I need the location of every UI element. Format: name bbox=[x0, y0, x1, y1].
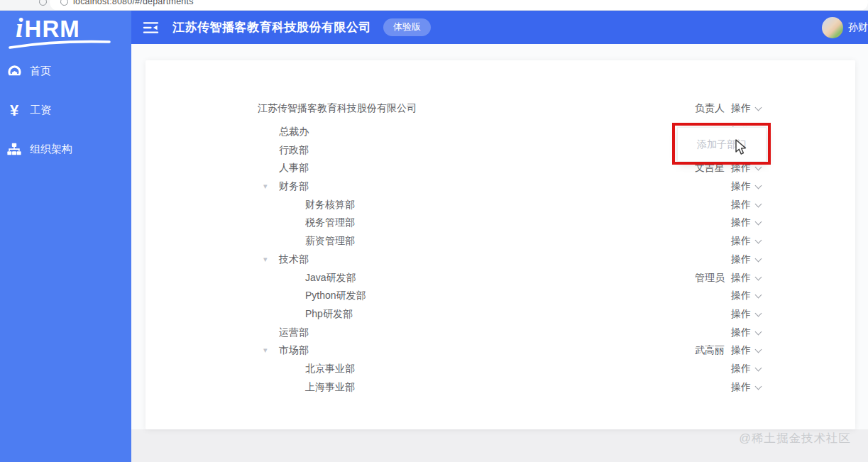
tree-row: Python研发部操作 bbox=[245, 287, 761, 305]
actions-dropdown[interactable]: 操作 bbox=[731, 363, 761, 375]
department-name: 北京事业部 bbox=[305, 363, 355, 375]
actions-label: 操作 bbox=[731, 102, 751, 115]
actions-label: 操作 bbox=[731, 180, 751, 193]
actions-dropdown[interactable]: 操作 bbox=[731, 180, 761, 193]
department-name: 市场部 bbox=[279, 344, 309, 357]
url-text: localhost:8080/#/departments bbox=[73, 0, 194, 6]
tree-row: 北京事业部操作 bbox=[245, 360, 761, 378]
actions-dropdown[interactable]: 操作 bbox=[731, 102, 761, 115]
actions-dropdown[interactable]: 操作 bbox=[731, 381, 761, 394]
actions-dropdown[interactable]: 操作 bbox=[731, 253, 761, 266]
actions-label: 操作 bbox=[731, 216, 751, 229]
menu-fold-icon[interactable] bbox=[143, 21, 159, 35]
departments-card: 江苏传智播客教育科技股份有限公司负责人操作总裁办操作行政部操作人事部文吉星操作▾… bbox=[145, 60, 855, 429]
watermark: @稀土掘金技术社区 bbox=[739, 431, 851, 446]
department-name: 税务管理部 bbox=[305, 216, 355, 229]
tree-row: ▾财务部操作 bbox=[245, 177, 761, 196]
chevron-down-icon bbox=[755, 200, 762, 207]
row-right-cell: 操作 bbox=[731, 308, 761, 321]
actions-dropdown[interactable]: 操作 bbox=[731, 344, 761, 357]
actions-label: 操作 bbox=[731, 235, 751, 248]
chevron-down-icon bbox=[755, 237, 762, 244]
logo-text: iHRM bbox=[16, 16, 80, 42]
browser-address-bar[interactable]: localhost:8080/#/departments bbox=[0, 0, 868, 11]
actions-dropdown[interactable]: 操作 bbox=[731, 199, 761, 211]
department-name: 总裁办 bbox=[279, 126, 309, 138]
department-name: 技术部 bbox=[279, 253, 309, 266]
row-right-cell: 操作 bbox=[731, 199, 761, 211]
sidebar-item-label: 组织架构 bbox=[30, 143, 72, 156]
row-right-cell: 操作 bbox=[731, 290, 761, 302]
trial-badge: 体验版 bbox=[383, 18, 431, 36]
chevron-down-icon bbox=[755, 346, 762, 353]
tree-row: 江苏传智播客教育科技股份有限公司负责人操作 bbox=[245, 99, 761, 118]
actions-dropdown-menu: 添加子部门 bbox=[677, 127, 767, 162]
expand-arrow-icon[interactable]: ▾ bbox=[263, 182, 268, 191]
row-right-cell: 文吉星操作 bbox=[695, 162, 761, 175]
tree-row: Php研发部操作 bbox=[245, 305, 761, 324]
yen-icon: ¥ bbox=[5, 102, 23, 119]
actions-label: 操作 bbox=[731, 344, 751, 357]
manager-name: 武高丽 bbox=[695, 344, 725, 357]
tree-row: 人事部文吉星操作 bbox=[245, 160, 761, 178]
actions-dropdown[interactable]: 操作 bbox=[731, 235, 761, 248]
chevron-down-icon bbox=[755, 292, 762, 299]
actions-label: 操作 bbox=[731, 253, 751, 266]
mouse-pointer-icon bbox=[735, 139, 747, 156]
user-menu[interactable]: 孙财 bbox=[822, 11, 868, 44]
sidebar-item-organization[interactable]: 组织架构 bbox=[0, 130, 131, 169]
actions-label: 操作 bbox=[731, 381, 751, 394]
department-name: Python研发部 bbox=[305, 290, 366, 302]
department-name: 江苏传智播客教育科技股份有限公司 bbox=[258, 102, 417, 115]
actions-label: 操作 bbox=[731, 363, 751, 375]
sidebar-item-home[interactable]: 首页 bbox=[0, 52, 131, 91]
department-name: 财务核算部 bbox=[305, 199, 355, 211]
actions-dropdown[interactable]: 操作 bbox=[731, 162, 761, 175]
actions-label: 操作 bbox=[731, 272, 751, 285]
department-name: Java研发部 bbox=[305, 272, 356, 285]
row-right-cell: 操作 bbox=[731, 180, 761, 193]
sidebar-nav: 首页 ¥ 工资 组织架构 bbox=[0, 52, 131, 169]
department-name: Php研发部 bbox=[305, 308, 353, 321]
sidebar-item-salary[interactable]: ¥ 工资 bbox=[0, 91, 131, 130]
department-name: 运营部 bbox=[279, 326, 309, 339]
actions-dropdown[interactable]: 操作 bbox=[731, 290, 761, 302]
tree-row: 运营部操作 bbox=[245, 324, 761, 342]
dashboard-icon bbox=[5, 63, 23, 80]
org-chart-icon bbox=[5, 141, 23, 158]
logo-swoosh bbox=[6, 39, 114, 49]
user-avatar[interactable] bbox=[822, 17, 843, 38]
expand-arrow-icon[interactable]: ▾ bbox=[263, 346, 268, 355]
manager-name: 文吉星 bbox=[695, 162, 725, 175]
chevron-down-icon bbox=[755, 164, 762, 171]
app-logo: iHRM bbox=[0, 11, 131, 50]
actions-dropdown[interactable]: 操作 bbox=[731, 216, 761, 229]
topbar: 江苏传智播客教育科技股份有限公司 体验版 孙财 bbox=[131, 11, 868, 44]
actions-label: 操作 bbox=[731, 162, 751, 175]
user-name: 孙财 bbox=[848, 21, 868, 34]
tree-row: 财务核算部操作 bbox=[245, 196, 761, 214]
row-right-cell: 管理员操作 bbox=[695, 272, 761, 285]
sidebar-item-label: 首页 bbox=[30, 65, 51, 78]
chevron-down-icon bbox=[755, 365, 762, 372]
department-name: 人事部 bbox=[279, 162, 309, 175]
actions-dropdown[interactable]: 操作 bbox=[731, 308, 761, 321]
actions-dropdown[interactable]: 操作 bbox=[731, 272, 761, 285]
row-right-cell: 操作 bbox=[731, 216, 761, 229]
expand-arrow-icon[interactable]: ▾ bbox=[263, 255, 268, 264]
manager-name: 管理员 bbox=[695, 272, 725, 285]
reload-icon[interactable] bbox=[39, 0, 47, 6]
row-right-cell: 操作 bbox=[731, 326, 761, 339]
department-name: 上海事业部 bbox=[305, 381, 355, 394]
chevron-down-icon bbox=[755, 328, 762, 335]
row-right-cell: 操作 bbox=[731, 253, 761, 266]
chevron-down-icon bbox=[755, 309, 762, 317]
company-title: 江苏传智播客教育科技股份有限公司 bbox=[172, 19, 371, 35]
manager-name: 负责人 bbox=[695, 102, 725, 115]
row-right-cell: 操作 bbox=[731, 363, 761, 375]
actions-label: 操作 bbox=[731, 290, 751, 302]
actions-dropdown[interactable]: 操作 bbox=[731, 326, 761, 339]
tree-row: 上海事业部操作 bbox=[245, 378, 761, 397]
chevron-down-icon bbox=[755, 383, 762, 390]
department-name: 财务部 bbox=[279, 180, 309, 193]
